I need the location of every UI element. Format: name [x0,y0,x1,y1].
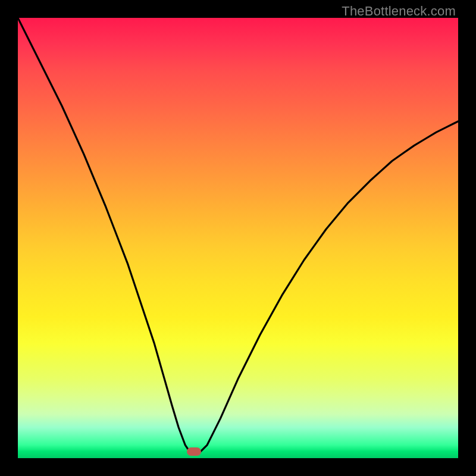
optimal-point-marker [187,447,201,456]
bottleneck-curve [18,18,458,458]
plot-area [18,18,458,458]
watermark-text: TheBottleneck.com [342,4,456,19]
chart-frame: TheBottleneck.com [0,0,476,476]
